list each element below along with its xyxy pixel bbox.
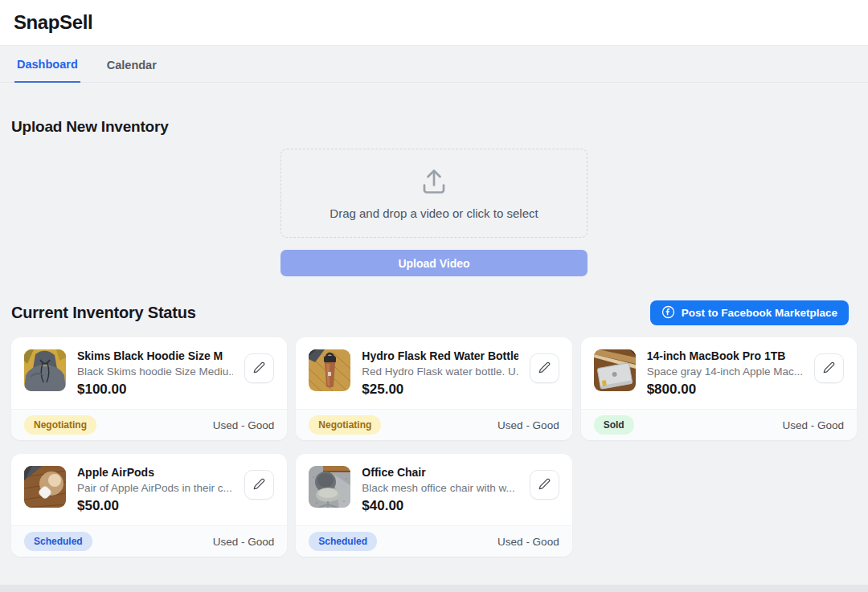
tab-dashboard[interactable]: Dashboard xyxy=(14,46,80,83)
pencil-icon xyxy=(823,361,835,376)
item-price: $40.00 xyxy=(362,498,518,514)
item-title: Office Chair xyxy=(362,466,518,479)
item-price: $50.00 xyxy=(77,498,233,514)
inventory-heading: Current Inventory Status xyxy=(11,304,196,322)
app-header: SnapSell xyxy=(0,0,868,46)
upload-video-button[interactable]: Upload Video xyxy=(280,250,588,276)
item-thumbnail macbook-photo xyxy=(594,349,636,391)
main-content: Upload New Inventory Drag and drop a vid… xyxy=(0,118,868,557)
status-badge: Scheduled xyxy=(24,532,92,551)
item-thumbnail office-chair-photo xyxy=(309,466,350,508)
edit-item-button[interactable] xyxy=(530,353,559,383)
item-description: Pair of Apple AirPods in their c... xyxy=(77,482,233,494)
dropzone-label: Drag and drop a video or click to select xyxy=(330,206,538,220)
edit-item-button[interactable] xyxy=(530,470,559,500)
tab-calendar[interactable]: Calendar xyxy=(104,46,159,83)
inventory-card: Skims Black Hoodie Size M Black Skims ho… xyxy=(11,337,287,440)
status-badge: Negotiating xyxy=(309,415,381,435)
edit-item-button[interactable] xyxy=(814,353,844,383)
item-title: Apple AirPods xyxy=(77,466,233,479)
inventory-grid: Skims Black Hoodie Size M Black Skims ho… xyxy=(11,337,857,557)
item-price: $25.00 xyxy=(362,382,518,398)
item-thumbnail water-bottle-photo xyxy=(309,349,350,391)
inventory-card: 14-inch MacBook Pro 1TB Space gray 14-in… xyxy=(581,337,857,440)
item-thumbnail airpods-photo xyxy=(24,466,66,508)
item-thumbnail hoodie-photo xyxy=(24,349,66,391)
edit-item-button[interactable] xyxy=(244,470,274,500)
bottom-edge-strip xyxy=(0,585,868,592)
item-title: 14-inch MacBook Pro 1TB xyxy=(647,349,803,362)
item-condition: Used - Good xyxy=(213,536,275,548)
upload-section-heading: Upload New Inventory xyxy=(11,118,857,136)
item-title: Hydro Flask Red Water Bottle xyxy=(362,349,518,362)
pencil-icon xyxy=(538,478,551,492)
item-description: Black Skims hoodie Size Mediu... xyxy=(77,365,233,378)
status-badge: Negotiating xyxy=(24,415,96,435)
edit-item-button[interactable] xyxy=(244,353,274,383)
status-badge: Scheduled xyxy=(309,532,377,551)
inventory-card: Hydro Flask Red Water Bottle Red Hydro F… xyxy=(296,337,571,440)
item-condition: Used - Good xyxy=(213,419,275,431)
pencil-icon xyxy=(253,478,265,492)
upload-column: Drag and drop a video or click to select… xyxy=(280,149,588,276)
item-condition: Used - Good xyxy=(497,419,559,431)
post-to-facebook-button[interactable]: Post to Facebook Marketplace xyxy=(650,300,849,325)
facebook-icon xyxy=(661,305,675,321)
item-price: $800.00 xyxy=(647,382,803,398)
tab-bar: Dashboard Calendar xyxy=(0,46,868,83)
status-badge: Sold xyxy=(594,415,634,435)
video-dropzone[interactable]: Drag and drop a video or click to select xyxy=(280,149,588,238)
item-description: Space gray 14-inch Apple Mac... xyxy=(647,365,803,378)
pencil-icon xyxy=(253,361,265,376)
pencil-icon xyxy=(538,361,551,376)
inventory-card: Office Chair Black mesh office chair wit… xyxy=(296,454,571,557)
app-title: SnapSell xyxy=(14,11,92,34)
inventory-card: Apple AirPods Pair of Apple AirPods in t… xyxy=(11,454,287,557)
item-description: Red Hydro Flask water bottle. U... xyxy=(362,365,518,378)
post-to-facebook-label: Post to Facebook Marketplace xyxy=(682,307,837,319)
item-description: Black mesh office chair with w... xyxy=(362,482,518,494)
item-condition: Used - Good xyxy=(782,419,844,431)
inventory-section-header: Current Inventory Status Post to Faceboo… xyxy=(11,300,857,325)
item-condition: Used - Good xyxy=(497,536,559,548)
item-title: Skims Black Hoodie Size M xyxy=(77,349,233,362)
item-price: $100.00 xyxy=(77,382,233,398)
upload-icon xyxy=(420,167,448,199)
